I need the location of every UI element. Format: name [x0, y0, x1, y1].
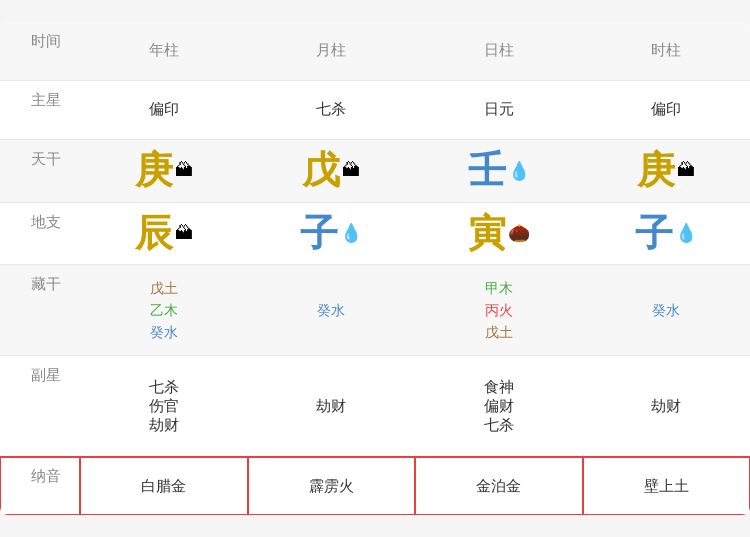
zhuxing-col3-val: 日元 — [484, 100, 514, 119]
fuxing-col3-line1: 食神 — [484, 378, 514, 397]
zhuxing-col2-val: 七杀 — [316, 100, 346, 119]
tiangan-col1-char: 庚 — [135, 150, 173, 192]
tiangan-col1: 庚 🏔 — [80, 140, 248, 202]
zhuxing-col1: 偏印 — [80, 81, 248, 139]
tiangan-col3-emoji: 💧 — [508, 160, 530, 182]
tiangan-col3-char: 壬 — [468, 150, 506, 192]
dizhi-col4-group: 子 💧 — [635, 213, 697, 255]
time-label: 时间 — [31, 32, 61, 51]
dizhi-col1-emoji: 🏔 — [175, 223, 193, 244]
nayin-label: 纳音 — [31, 467, 61, 486]
zanggan-col3-line1: 甲木 — [485, 277, 513, 299]
nayin-col4-val: 壁上土 — [644, 477, 689, 496]
tiangan-col3: 壬 💧 — [415, 140, 583, 202]
dizhi-col4-emoji: 💧 — [675, 222, 697, 244]
fuxing-col3: 食神 偏财 七杀 — [415, 356, 583, 456]
tiangan-col1-emoji: 🏔 — [175, 160, 193, 181]
zanggan-col3-line3: 戊土 — [485, 321, 513, 343]
fuxing-col1-line1: 七杀 — [149, 378, 179, 397]
tiangan-col2-group: 戊 🏔 — [302, 150, 360, 192]
zanggan-col1-line2: 乙木 — [150, 299, 178, 321]
dizhi-col2-char: 子 — [300, 213, 338, 255]
zanggan-label: 藏干 — [31, 275, 61, 294]
tiangan-label-cell: 天干 — [0, 140, 80, 202]
tiangan-col2: 戊 🏔 — [248, 140, 416, 202]
dizhi-col4: 子 💧 — [583, 203, 751, 265]
tiangan-col4: 庚 🏔 — [583, 140, 751, 202]
nayin-col1-val: 白腊金 — [141, 477, 186, 496]
fuxing-col2-line1: 劫财 — [316, 397, 346, 416]
nayin-col2-val: 霹雳火 — [309, 477, 354, 496]
fuxing-col3-line3: 七杀 — [484, 416, 514, 435]
tiangan-col2-emoji: 🏔 — [342, 160, 360, 181]
dizhi-col3: 寅 🌰 — [415, 203, 583, 265]
header-col2: 月柱 — [248, 22, 416, 80]
zanggan-col1-line3: 癸水 — [150, 321, 178, 343]
fuxing-col1-line2: 伤官 — [149, 397, 179, 416]
dizhi-col3-group: 寅 🌰 — [468, 213, 530, 255]
dizhi-col2: 子 💧 — [248, 203, 416, 265]
nayin-col2: 霹雳火 — [248, 457, 416, 515]
zanggan-col3: 甲木 丙火 戊土 — [415, 265, 583, 355]
nayin-col1: 白腊金 — [80, 457, 248, 515]
zanggan-col1: 戊土 乙木 癸水 — [80, 265, 248, 355]
tiangan-col2-char: 戊 — [302, 150, 340, 192]
col4-header: 时柱 — [651, 41, 681, 60]
dizhi-col2-emoji: 💧 — [340, 222, 362, 244]
zhuxing-col4: 偏印 — [583, 81, 751, 139]
zanggan-col2: 癸水 — [248, 265, 416, 355]
fuxing-col4: 劫财 — [583, 356, 751, 456]
fuxing-col2: 劫财 — [248, 356, 416, 456]
dizhi-col3-emoji: 🌰 — [508, 222, 530, 244]
fuxing-label: 副星 — [31, 366, 61, 385]
dizhi-col2-group: 子 💧 — [300, 213, 362, 255]
fuxing-label-cell: 副星 — [0, 356, 80, 456]
nayin-label-cell: 纳音 — [0, 457, 80, 515]
tiangan-col4-group: 庚 🏔 — [637, 150, 695, 192]
fuxing-col4-line1: 劫财 — [651, 397, 681, 416]
zanggan-col2-line1: 癸水 — [317, 299, 345, 321]
col2-header: 月柱 — [316, 41, 346, 60]
zanggan-label-cell: 藏干 — [0, 265, 80, 355]
bazi-table: 时间 年柱 月柱 日柱 时柱 主星 偏印 七杀 日元 偏印 — [0, 22, 750, 516]
fuxing-col3-line2: 偏财 — [484, 397, 514, 416]
zhuxing-col4-val: 偏印 — [651, 100, 681, 119]
header-col4: 时柱 — [583, 22, 751, 80]
dizhi-col3-char: 寅 — [468, 213, 506, 255]
zhuxing-col3: 日元 — [415, 81, 583, 139]
zanggan-col3-line2: 丙火 — [485, 299, 513, 321]
dizhi-col1: 辰 🏔 — [80, 203, 248, 265]
zhuxing-col1-val: 偏印 — [149, 100, 179, 119]
dizhi-col4-char: 子 — [635, 213, 673, 255]
dizhi-label-cell: 地支 — [0, 203, 80, 265]
nayin-col3-val: 金泊金 — [476, 477, 521, 496]
zhuxing-col2: 七杀 — [248, 81, 416, 139]
zanggan-col1-line1: 戊土 — [150, 277, 178, 299]
header-col1: 年柱 — [80, 22, 248, 80]
header-label: 时间 — [0, 22, 80, 80]
tiangan-col4-emoji: 🏔 — [677, 160, 695, 181]
header-col3: 日柱 — [415, 22, 583, 80]
zhuxing-label: 主星 — [31, 91, 61, 110]
tiangan-col3-group: 壬 💧 — [468, 150, 530, 192]
dizhi-col1-char: 辰 — [135, 213, 173, 255]
nayin-col3: 金泊金 — [415, 457, 583, 515]
fuxing-col1: 七杀 伤官 劫财 — [80, 356, 248, 456]
zhuxing-label-cell: 主星 — [0, 81, 80, 139]
col1-header: 年柱 — [149, 41, 179, 60]
dizhi-label: 地支 — [31, 213, 61, 232]
tiangan-col4-char: 庚 — [637, 150, 675, 192]
zanggan-col4-line1: 癸水 — [652, 299, 680, 321]
fuxing-col1-line3: 劫财 — [149, 416, 179, 435]
nayin-col4: 壁上土 — [583, 457, 751, 515]
col3-header: 日柱 — [484, 41, 514, 60]
tiangan-col1-group: 庚 🏔 — [135, 150, 193, 192]
tiangan-label: 天干 — [31, 150, 61, 169]
dizhi-col1-group: 辰 🏔 — [135, 213, 193, 255]
zanggan-col4: 癸水 — [583, 265, 751, 355]
